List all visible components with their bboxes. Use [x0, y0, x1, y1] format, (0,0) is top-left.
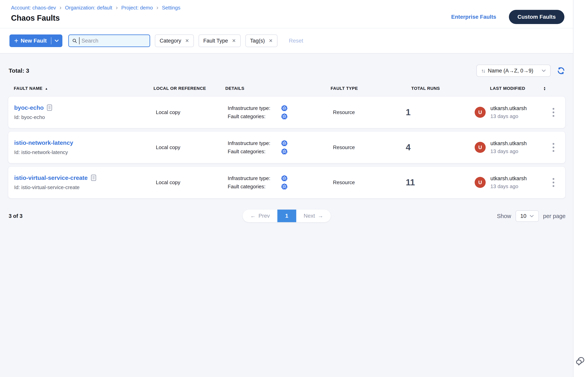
manifest-doc-icon[interactable] — [91, 175, 96, 181]
total-runs-cell: 11 — [406, 177, 475, 187]
manifest-doc-icon[interactable] — [47, 104, 52, 111]
column-header-label: LAST MODIFIED — [474, 86, 525, 91]
sort-direction-icon: ↑↓ — [481, 68, 485, 74]
fault-type-cell: Resource — [331, 144, 406, 151]
details-cell: Infrastructure type: Fault categories: — [226, 140, 331, 155]
local-or-reference-cell: Local copy — [154, 109, 226, 115]
remove-filter-icon[interactable]: ✕ — [232, 38, 236, 44]
last-modified-cell: U utkarsh.utkarsh 13 days ago — [475, 105, 547, 119]
filter-chip-label: Fault Type — [203, 38, 228, 44]
infrastructure-type-label: Infrastructure type: — [228, 140, 281, 146]
per-page-label: per page — [543, 213, 566, 219]
breadcrumb-project-link[interactable]: Project: demo — [121, 5, 153, 11]
fault-name-cell: istio-virtual-service-create Id: istio-v… — [14, 175, 154, 190]
fault-name-link[interactable]: istio-virtual-service-create — [14, 175, 88, 181]
table-row[interactable]: istio-virtual-service-create Id: istio-v… — [8, 166, 565, 199]
last-modified-cell: U utkarsh.utkarsh 13 days ago — [475, 176, 547, 189]
column-header-local-or-reference: LOCAL OR REFERENCE — [154, 86, 225, 91]
fault-name-link[interactable]: istio-network-latency — [14, 140, 73, 146]
breadcrumb-separator-icon: › — [157, 5, 158, 10]
infrastructure-type-label: Infrastructure type: — [228, 105, 281, 111]
row-menu-button[interactable] — [553, 108, 554, 117]
support-chat-button[interactable] — [575, 355, 586, 366]
avatar: U — [475, 177, 486, 188]
remove-filter-icon[interactable]: ✕ — [269, 38, 273, 44]
right-gutter — [573, 0, 588, 377]
next-label: Next — [304, 213, 315, 219]
refresh-icon — [556, 66, 565, 75]
chat-bubbles-icon — [575, 355, 586, 366]
column-header-fault-name[interactable]: FAULT NAME ▲ — [14, 86, 154, 91]
prev-page-button[interactable]: ← Prev — [243, 210, 277, 222]
fault-name-cell: byoc-echo Id: byoc-echo — [14, 104, 154, 120]
total-count-label: Total: 3 — [8, 67, 29, 74]
new-fault-button[interactable]: + New Fault — [10, 35, 62, 47]
column-header-last-modified[interactable]: LAST MODIFIED ▲▼ — [474, 86, 547, 91]
content-area: Total: 3 ↑↓ Name (A→Z, 0→9) — [0, 54, 573, 377]
total-row: Total: 3 ↑↓ Name (A→Z, 0→9) — [8, 54, 565, 77]
enterprise-faults-link[interactable]: Enterprise Faults — [451, 14, 496, 20]
modified-by-user: utkarsh.utkarsh — [490, 141, 527, 147]
kubernetes-icon — [281, 140, 287, 146]
breadcrumb-separator-icon: › — [116, 5, 118, 10]
filter-chip-label: Category — [159, 38, 181, 44]
search-box[interactable] — [68, 35, 150, 47]
arrow-left-icon: ← — [250, 213, 256, 219]
table-row[interactable]: istio-network-latency Id: istio-network-… — [8, 131, 565, 164]
row-menu-button[interactable] — [553, 178, 554, 187]
prev-label: Prev — [258, 213, 270, 219]
table-header-row: FAULT NAME ▲ LOCAL OR REFERENCE DETAILS … — [8, 86, 565, 91]
avatar: U — [475, 107, 486, 118]
sort-area: ↑↓ Name (A→Z, 0→9) — [476, 65, 565, 77]
pager: ← Prev 1 Next → — [243, 210, 331, 222]
sort-both-icon: ▲▼ — [528, 86, 546, 91]
refresh-button[interactable] — [556, 66, 565, 75]
kubernetes-icon — [281, 105, 287, 111]
column-header-total-runs: TOTAL RUNS — [405, 86, 474, 91]
show-label: Show — [497, 213, 511, 219]
row-menu-button[interactable] — [553, 143, 554, 152]
search-input[interactable] — [81, 38, 147, 44]
filter-chip-fault-type[interactable]: Fault Type ✕ — [199, 35, 241, 47]
page-range-label: 3 of 3 — [8, 213, 23, 219]
breadcrumb-organization-link[interactable]: Organization: default — [65, 5, 112, 11]
text-caret — [79, 37, 79, 44]
breadcrumb-settings-link[interactable]: Settings — [162, 5, 181, 11]
per-page-value: 10 — [520, 213, 526, 219]
app-root: Account: chaos-dev › Organization: defau… — [0, 0, 588, 377]
fault-categories-label: Fault categories: — [228, 149, 281, 155]
column-header-label: TOTAL RUNS — [405, 86, 440, 91]
column-header-label: LOCAL OR REFERENCE — [154, 86, 206, 91]
chevron-down-icon[interactable] — [55, 39, 59, 42]
custom-faults-button[interactable]: Custom Faults — [509, 10, 564, 24]
kubernetes-icon — [281, 148, 287, 155]
infrastructure-type-label: Infrastructure type: — [228, 175, 281, 181]
column-header-details: DETAILS — [225, 86, 331, 91]
next-page-button[interactable]: Next → — [296, 210, 331, 222]
fault-name-cell: istio-network-latency Id: istio-network-… — [14, 140, 154, 155]
current-page-button[interactable]: 1 — [277, 210, 296, 222]
details-cell: Infrastructure type: Fault categories: — [226, 105, 331, 119]
kubernetes-icon — [281, 175, 287, 181]
total-runs-cell: 1 — [406, 107, 475, 117]
modified-date: 13 days ago — [490, 113, 527, 119]
sort-select-value: Name (A→Z, 0→9) — [488, 68, 533, 74]
reset-filters-link[interactable]: Reset — [289, 38, 303, 44]
filter-chip-tags[interactable]: Tag(s) ✕ — [245, 35, 277, 47]
fault-categories-label: Fault categories: — [228, 184, 281, 190]
avatar: U — [475, 142, 486, 153]
table-row[interactable]: byoc-echo Id: byoc-echo Local copy Infra… — [8, 96, 565, 129]
arrow-right-icon: → — [318, 213, 323, 219]
modified-by-user: utkarsh.utkarsh — [490, 176, 527, 182]
sort-select[interactable]: ↑↓ Name (A→Z, 0→9) — [476, 65, 551, 77]
per-page-select[interactable]: 10 — [516, 210, 539, 222]
breadcrumb-account-link[interactable]: Account: chaos-dev — [11, 5, 56, 11]
filter-chip-label: Tag(s) — [250, 38, 265, 44]
fault-name-link[interactable]: byoc-echo — [14, 104, 44, 111]
sort-ascending-icon: ▲ — [45, 87, 48, 90]
column-header-label: FAULT TYPE — [331, 86, 358, 91]
fault-type-cell: Resource — [331, 109, 406, 115]
modified-by-user: utkarsh.utkarsh — [490, 105, 527, 111]
filter-chip-category[interactable]: Category ✕ — [155, 35, 194, 47]
remove-filter-icon[interactable]: ✕ — [185, 38, 189, 44]
